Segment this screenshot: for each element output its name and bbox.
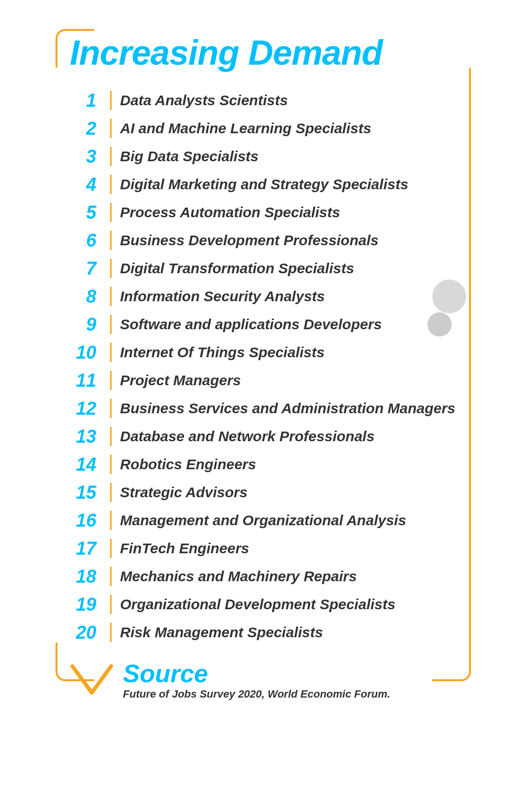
header-section: Increasing Demand	[41, 19, 485, 82]
list-item: 9Software and applications Developers	[70, 310, 456, 338]
item-number: 1	[70, 91, 101, 110]
item-number: 16	[70, 511, 101, 530]
item-number: 2	[70, 119, 101, 138]
item-divider	[110, 595, 112, 614]
item-text: Robotics Engineers	[120, 456, 256, 473]
item-divider	[110, 511, 112, 530]
item-number: 10	[70, 343, 101, 362]
item-number: 19	[70, 595, 101, 614]
source-label: Source	[123, 661, 390, 686]
item-divider	[110, 567, 112, 586]
item-text: AI and Machine Learning Specialists	[120, 120, 371, 137]
item-text: Process Automation Specialists	[120, 204, 341, 221]
item-divider	[110, 119, 112, 138]
list-item: 13Database and Network Professionals	[70, 422, 456, 450]
item-text: Software and applications Developers	[120, 316, 382, 333]
item-divider	[110, 259, 112, 278]
list-item: 2AI and Machine Learning Specialists	[70, 114, 456, 142]
item-number: 6	[70, 231, 101, 250]
item-text: Database and Network Professionals	[120, 428, 375, 445]
source-sub-text: Future of Jobs Survey 2020, World Econom…	[123, 688, 390, 700]
item-divider	[110, 455, 112, 474]
item-divider	[110, 147, 112, 166]
item-text: Risk Management Specialists	[120, 624, 323, 641]
item-text: Management and Organizational Analysis	[120, 512, 406, 529]
item-number: 5	[70, 203, 101, 222]
item-number: 11	[70, 371, 101, 390]
list-item: 11Project Managers	[70, 366, 456, 394]
item-text: Project Managers	[120, 372, 241, 389]
list-item: 18Mechanics and Machinery Repairs	[70, 562, 456, 590]
list-item: 7Digital Transformation Specialists	[70, 254, 456, 282]
item-divider	[110, 399, 112, 418]
item-divider	[110, 203, 112, 222]
decorative-circle-large	[432, 280, 466, 313]
item-divider	[110, 483, 112, 502]
item-text: Mechanics and Machinery Repairs	[120, 568, 357, 585]
item-number: 17	[70, 539, 101, 558]
item-text: FinTech Engineers	[120, 540, 249, 557]
item-text: Organizational Development Specialists	[120, 596, 396, 613]
item-text: Strategic Advisors	[120, 484, 248, 501]
item-number: 7	[70, 259, 101, 278]
item-number: 15	[70, 483, 101, 502]
item-divider	[110, 175, 112, 194]
source-section: Source Future of Jobs Survey 2020, World…	[41, 656, 485, 720]
item-divider	[110, 91, 112, 110]
item-divider	[110, 539, 112, 558]
item-text: Digital Marketing and Strategy Specialis…	[120, 176, 409, 193]
item-number: 9	[70, 315, 101, 334]
item-divider	[110, 427, 112, 446]
list-item: 20Risk Management Specialists	[70, 618, 456, 646]
right-vertical-line	[469, 68, 471, 672]
item-divider	[110, 287, 112, 306]
list-item: 10Internet Of Things Specialists	[70, 338, 456, 366]
page-title: Increasing Demand	[70, 34, 466, 72]
list-item: 1Data Analysts Scientists	[70, 86, 456, 114]
item-text: Internet Of Things Specialists	[120, 344, 325, 361]
item-number: 18	[70, 567, 101, 586]
list-item: 16Management and Organizational Analysis	[70, 506, 456, 534]
item-number: 4	[70, 175, 101, 194]
item-number: 12	[70, 399, 101, 418]
item-divider	[110, 623, 112, 642]
item-text: Business Development Professionals	[120, 232, 379, 249]
list-item: 15Strategic Advisors	[70, 478, 456, 506]
item-text: Big Data Specialists	[120, 148, 259, 165]
item-divider	[110, 343, 112, 362]
list-item: 17FinTech Engineers	[70, 534, 456, 562]
list-item: 4Digital Marketing and Strategy Speciali…	[70, 170, 456, 198]
decorative-circle-small	[427, 312, 452, 336]
item-text: Information Security Analysts	[120, 288, 325, 305]
item-divider	[110, 371, 112, 390]
list-item: 12Business Services and Administration M…	[70, 394, 456, 422]
source-chevron-icon	[70, 664, 114, 698]
item-number: 8	[70, 287, 101, 306]
item-number: 20	[70, 623, 101, 642]
item-divider	[110, 231, 112, 250]
list-item: 5Process Automation Specialists	[70, 198, 456, 226]
item-number: 3	[70, 147, 101, 166]
items-list: 1Data Analysts Scientists2AI and Machine…	[41, 82, 485, 656]
item-divider	[110, 315, 112, 334]
card-container: Increasing Demand 1Data Analysts Scienti…	[41, 19, 485, 720]
item-text: Business Services and Administration Man…	[120, 400, 455, 417]
list-item: 3Big Data Specialists	[70, 142, 456, 170]
list-item: 19Organizational Development Specialists	[70, 590, 456, 618]
list-item: 6Business Development Professionals	[70, 226, 456, 254]
item-text: Digital Transformation Specialists	[120, 260, 355, 277]
list-item: 8Information Security Analysts	[70, 282, 456, 310]
item-text: Data Analysts Scientists	[120, 92, 288, 109]
item-number: 14	[70, 455, 101, 474]
list-item: 14Robotics Engineers	[70, 450, 456, 478]
item-number: 13	[70, 427, 101, 446]
source-text-group: Source Future of Jobs Survey 2020, World…	[123, 661, 390, 700]
